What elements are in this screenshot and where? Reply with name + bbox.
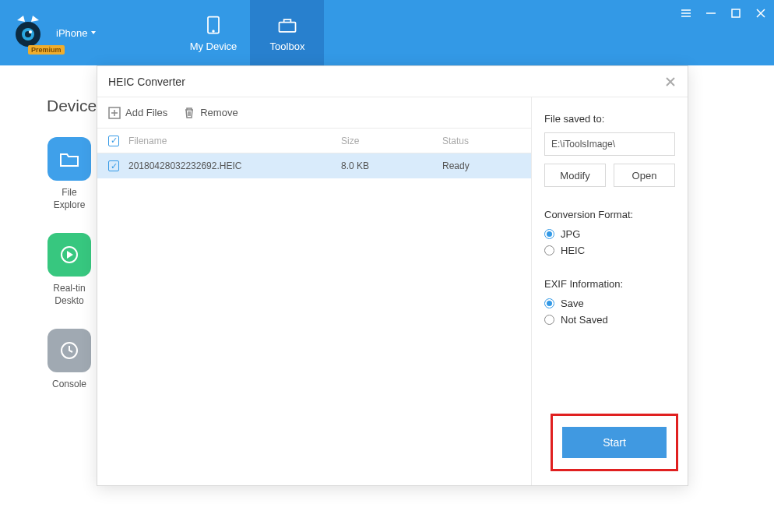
format-label: Conversion Format: bbox=[544, 209, 675, 220]
file-list-panel: Add Files Remove Filename Size Status 20… bbox=[97, 97, 532, 485]
svg-rect-7 bbox=[732, 9, 740, 17]
tab-label: My Device bbox=[190, 41, 237, 52]
exif-option-not-saved[interactable]: Not Saved bbox=[544, 314, 675, 326]
row-checkbox[interactable] bbox=[108, 160, 119, 171]
saved-to-label: File saved to: bbox=[544, 113, 675, 125]
tab-label: Toolbox bbox=[270, 41, 305, 52]
tab-my-device[interactable]: My Device bbox=[176, 0, 250, 65]
trash-icon bbox=[183, 107, 195, 119]
nav-tabs: My Device Toolbox bbox=[176, 0, 324, 65]
exif-option-save[interactable]: Save bbox=[544, 298, 675, 309]
option-label: HEIC bbox=[561, 245, 585, 256]
tool-label: Console bbox=[52, 379, 86, 391]
toolbox-icon bbox=[276, 14, 298, 36]
play-icon bbox=[58, 244, 80, 266]
radio-icon bbox=[544, 245, 554, 255]
radio-icon bbox=[544, 315, 554, 325]
open-button[interactable]: Open bbox=[614, 164, 675, 187]
table-header: Filename Size Status bbox=[97, 129, 531, 153]
add-files-button[interactable]: Add Files bbox=[108, 107, 167, 119]
save-location-section: File saved to: Modify Open bbox=[544, 113, 675, 187]
heic-converter-dialog: HEIC Converter Add Files Remove Filename… bbox=[97, 65, 688, 486]
menu-icon[interactable] bbox=[679, 6, 693, 20]
dialog-titlebar: HEIC Converter bbox=[97, 66, 688, 97]
window-controls bbox=[679, 6, 768, 20]
device-icon bbox=[202, 14, 224, 36]
modify-button[interactable]: Modify bbox=[544, 164, 606, 187]
start-highlight: Start bbox=[551, 414, 678, 471]
start-button[interactable]: Start bbox=[562, 427, 667, 458]
clock-icon bbox=[58, 340, 80, 361]
dialog-title: HEIC Converter bbox=[108, 76, 185, 88]
column-status[interactable]: Status bbox=[442, 136, 520, 146]
cell-status: Ready bbox=[442, 160, 520, 171]
column-filename[interactable]: Filename bbox=[128, 136, 341, 146]
svg-point-5 bbox=[213, 30, 214, 32]
folder-icon bbox=[58, 148, 80, 170]
radio-icon bbox=[544, 298, 554, 308]
maximize-icon[interactable] bbox=[729, 6, 743, 20]
svg-point-3 bbox=[29, 30, 32, 33]
chevron-down-icon bbox=[90, 30, 97, 36]
tool-label: Real-tin Deskto bbox=[53, 283, 85, 307]
format-section: Conversion Format: JPG HEIC bbox=[544, 209, 675, 256]
remove-button[interactable]: Remove bbox=[183, 107, 237, 119]
dialog-body: Add Files Remove Filename Size Status 20… bbox=[97, 97, 688, 485]
device-label: iPhone bbox=[56, 27, 87, 39]
exif-section: EXIF Information: Save Not Saved bbox=[544, 278, 675, 326]
plus-square-icon bbox=[108, 107, 121, 119]
remove-label: Remove bbox=[200, 107, 237, 118]
add-files-label: Add Files bbox=[125, 107, 167, 118]
logo-area: Premium iPhone bbox=[0, 0, 106, 65]
tool-file-explorer[interactable]: File Explore bbox=[47, 137, 92, 211]
tool-console[interactable]: Console bbox=[47, 329, 92, 391]
close-icon[interactable] bbox=[754, 6, 768, 20]
svg-rect-6 bbox=[279, 22, 295, 31]
cell-filename: 20180428032232692.HEIC bbox=[128, 160, 341, 171]
column-size[interactable]: Size bbox=[341, 136, 442, 146]
premium-badge: Premium bbox=[28, 45, 65, 55]
format-option-heic[interactable]: HEIC bbox=[544, 245, 675, 256]
format-option-jpg[interactable]: JPG bbox=[544, 228, 675, 240]
exif-label: EXIF Information: bbox=[544, 278, 675, 290]
tab-toolbox[interactable]: Toolbox bbox=[250, 0, 324, 65]
option-label: Not Saved bbox=[561, 314, 608, 326]
tool-label: File Explore bbox=[54, 187, 86, 211]
table-row[interactable]: 20180428032232692.HEIC 8.0 KB Ready bbox=[97, 153, 531, 178]
tool-realtime-desktop[interactable]: Real-tin Deskto bbox=[47, 233, 92, 307]
app-header: Premium iPhone My Device Toolbox bbox=[0, 0, 774, 65]
toolbar: Add Files Remove bbox=[97, 97, 531, 129]
select-all-checkbox[interactable] bbox=[108, 136, 119, 146]
radio-icon bbox=[544, 229, 554, 239]
save-path-input[interactable] bbox=[544, 132, 675, 156]
dialog-close-button[interactable] bbox=[664, 76, 677, 88]
option-label: Save bbox=[561, 298, 584, 309]
cell-size: 8.0 KB bbox=[341, 160, 442, 171]
option-label: JPG bbox=[561, 228, 580, 240]
settings-panel: File saved to: Modify Open Conversion Fo… bbox=[532, 97, 688, 485]
device-selector[interactable]: iPhone bbox=[56, 27, 97, 39]
close-icon bbox=[664, 76, 677, 88]
minimize-icon[interactable] bbox=[704, 6, 718, 20]
